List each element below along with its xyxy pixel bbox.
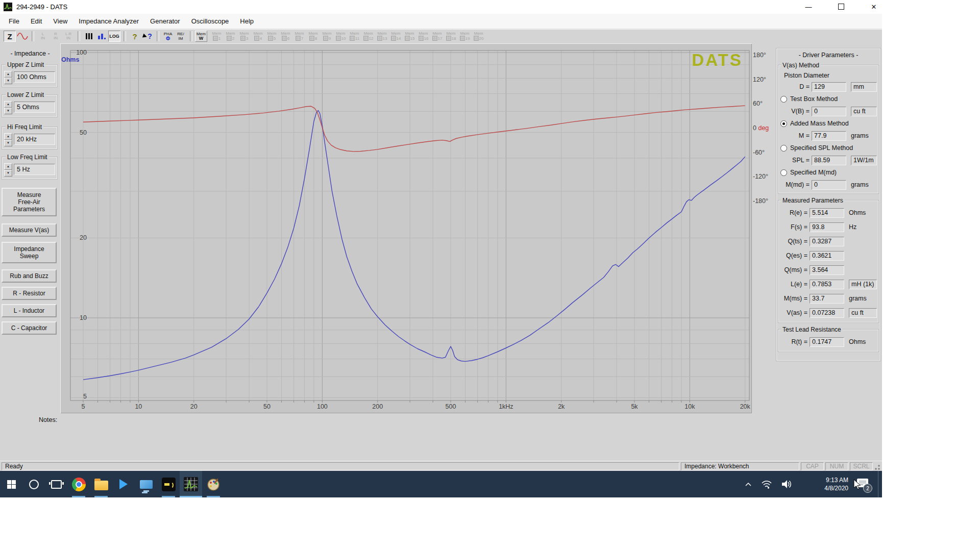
toolbar-mem-3-button[interactable]: Mem3 xyxy=(237,31,251,42)
toolbar-mem-4-button[interactable]: Mem4 xyxy=(251,31,265,42)
driver-parameters-panel: - Driver Parameters - V(as) Method Pisto… xyxy=(776,48,881,361)
qms-field[interactable]: 3.564 xyxy=(810,265,844,275)
r-resistor-button[interactable]: R - Resistor xyxy=(2,287,57,300)
test-box-volume-field[interactable]: 0 xyxy=(812,107,846,116)
taskbar-media-app[interactable] xyxy=(112,471,135,497)
le-field[interactable]: 0.7853 xyxy=(810,280,844,289)
right-input-button[interactable]: RIN xyxy=(50,31,62,42)
specified-spl-method-radio[interactable]: Specified SPL Method xyxy=(780,142,877,154)
task-view-button[interactable] xyxy=(45,471,67,497)
toolbar-mem-14-button[interactable]: Mem14 xyxy=(389,31,403,42)
toolbar-mem-9-button[interactable]: Mem9 xyxy=(320,31,334,42)
toolbar-mem-10-button[interactable]: Mem10 xyxy=(334,31,348,42)
menu-generator[interactable]: Generator xyxy=(144,14,186,29)
memory-write-button[interactable]: MemW xyxy=(195,31,207,42)
toolbar-mem-16-button[interactable]: Mem16 xyxy=(416,31,430,42)
rub-and-buzz-button[interactable]: Rub and Buzz xyxy=(2,269,57,283)
radio-icon[interactable] xyxy=(780,96,787,103)
added-mass-method-radio[interactable]: Added Mass Method xyxy=(780,117,877,130)
taskbar-dats-app[interactable] xyxy=(180,471,202,497)
taskbar-dayton-audio-app[interactable] xyxy=(157,471,180,497)
tray-network[interactable] xyxy=(757,471,776,497)
upper-z-limit-field[interactable]: 100 Ohms xyxy=(14,71,55,83)
lower-z-limit-field[interactable]: 5 Ohms xyxy=(14,102,55,113)
measure-vas-button[interactable]: Measure V(as) xyxy=(2,223,57,237)
hi-freq-limit-spinner[interactable]: ▲▼ xyxy=(4,133,12,145)
toolbar-mem-19-button[interactable]: Mem19 xyxy=(458,31,472,42)
sine-wave-button[interactable] xyxy=(16,31,29,42)
toolbar-mem-2-button[interactable]: Mem2 xyxy=(224,31,237,42)
real-imaginary-button[interactable]: RE/IM xyxy=(175,31,187,42)
toolbar-mem-20-button[interactable]: Mem20 xyxy=(472,31,485,42)
toolbar-mem-5-button[interactable]: Mem5 xyxy=(265,31,279,42)
upper-z-limit-spinner[interactable]: ▲▼ xyxy=(4,71,12,83)
toolbar-mem-15-button[interactable]: Mem15 xyxy=(403,31,416,42)
toolbar-mem-13-button[interactable]: Mem13 xyxy=(375,31,389,42)
left-input-button[interactable]: LIN xyxy=(37,31,49,42)
tray-show-hidden-icons[interactable] xyxy=(739,471,757,497)
hi-freq-limit-field[interactable]: 20 kHz xyxy=(14,134,55,145)
spectrum-button[interactable] xyxy=(95,31,108,42)
toolbar-separator xyxy=(157,31,159,41)
mms-field[interactable]: 33.7 xyxy=(810,294,844,304)
toolbar-mem-12-button[interactable]: Mem12 xyxy=(361,31,375,42)
toolbar-mem-1-button[interactable]: Mem1 xyxy=(210,31,224,42)
toolbar-mem-11-button[interactable]: Mem11 xyxy=(348,31,361,42)
test-box-method-radio[interactable]: Test Box Method xyxy=(780,93,877,105)
taskbar-file-explorer[interactable] xyxy=(90,471,112,497)
tray-volume[interactable] xyxy=(777,471,796,497)
menu-file[interactable]: File xyxy=(3,14,25,29)
radio-icon[interactable] xyxy=(780,145,787,152)
toolbar-mem-17-button[interactable]: Mem17 xyxy=(430,31,444,42)
added-mass-field[interactable]: 77.9 xyxy=(812,131,846,141)
specified-mmd-radio[interactable]: Specified M(md) xyxy=(780,166,877,179)
taskbar-pc-app[interactable] xyxy=(135,471,157,497)
radio-icon[interactable] xyxy=(780,169,787,176)
left-right-input-button[interactable]: L RIN xyxy=(62,31,75,42)
re-field[interactable]: 5.514 xyxy=(810,208,844,218)
context-help-button[interactable]: ? xyxy=(141,31,154,42)
bar-graph-button[interactable] xyxy=(83,31,95,42)
show-desktop-button[interactable] xyxy=(878,471,882,497)
menu-oscilloscope[interactable]: Oscilloscope xyxy=(186,14,235,29)
l-inductor-button[interactable]: L - Inductor xyxy=(2,304,57,317)
vas-field[interactable]: 0.07238 xyxy=(810,308,844,318)
search-button[interactable] xyxy=(22,471,45,497)
phase-display-button[interactable]: PHAΦ xyxy=(162,31,174,42)
test-box-volume-unit: cu ft xyxy=(851,107,877,116)
rt-field[interactable]: 0.1747 xyxy=(810,337,844,347)
qts-field[interactable]: 0.3287 xyxy=(810,237,844,246)
impedance-mode-button[interactable]: Z xyxy=(4,31,16,42)
spl-field[interactable]: 88.59 xyxy=(812,156,846,165)
tray-clock[interactable]: 9:13 AM 4/8/2020 xyxy=(799,476,848,492)
mem-grid-icon xyxy=(323,36,328,41)
maximize-button[interactable] xyxy=(830,0,852,13)
menu-impedance-analyzer[interactable]: Impedance Analyzer xyxy=(73,14,144,29)
help-button[interactable]: ? xyxy=(129,31,141,42)
fs-field[interactable]: 93.8 xyxy=(810,222,844,232)
c-capacitor-button[interactable]: C - Capacitor xyxy=(2,321,57,335)
piston-diameter-field[interactable]: 129 xyxy=(812,82,846,92)
taskbar-paint-app[interactable] xyxy=(202,471,225,497)
mmd-field[interactable]: 0 xyxy=(812,180,846,190)
resize-grip[interactable] xyxy=(874,462,880,470)
qes-field[interactable]: 0.3621 xyxy=(810,251,844,261)
menu-help[interactable]: Help xyxy=(234,14,259,29)
menu-edit[interactable]: Edit xyxy=(25,14,47,29)
toolbar-mem-7-button[interactable]: Mem7 xyxy=(292,31,306,42)
toolbar-mem-8-button[interactable]: Mem8 xyxy=(306,31,320,42)
start-button[interactable] xyxy=(0,471,22,497)
impedance-sweep-button[interactable]: Impedance Sweep xyxy=(2,242,57,263)
lower-z-limit-spinner[interactable]: ▲▼ xyxy=(4,101,12,113)
low-freq-limit-field[interactable]: 5 Hz xyxy=(14,164,55,175)
taskbar-chrome[interactable] xyxy=(67,471,90,497)
radio-icon[interactable] xyxy=(780,120,787,127)
chevron-up-icon xyxy=(745,482,752,487)
low-freq-limit-spinner[interactable]: ▲▼ xyxy=(4,163,12,176)
toolbar-mem-6-button[interactable]: Mem6 xyxy=(279,31,292,42)
minimize-button[interactable]: — xyxy=(797,0,820,13)
measure-free-air-parameters-button[interactable]: Measure Free-Air Parameters xyxy=(2,188,57,216)
toolbar-mem-18-button[interactable]: Mem18 xyxy=(444,31,458,42)
log-scale-button[interactable]: LOG xyxy=(108,31,120,42)
menu-view[interactable]: View xyxy=(47,14,73,29)
